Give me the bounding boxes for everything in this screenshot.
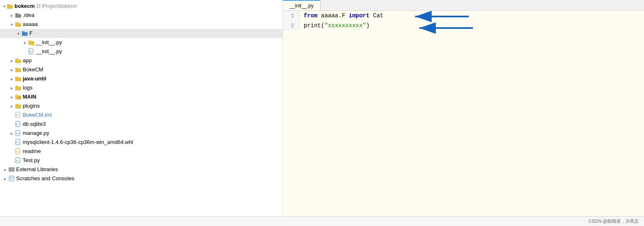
folder-icon-idea: [15, 12, 21, 19]
tree-item-idea[interactable]: .idea: [0, 11, 283, 20]
svg-rect-23: [19, 97, 21, 99]
chevron-manage-py[interactable]: [8, 130, 15, 137]
db-sqlite3-label: db.sqlite3: [23, 120, 46, 129]
chevron-app[interactable]: [8, 57, 15, 64]
svg-text:py: py: [29, 50, 32, 53]
folder-icon-java-until: [15, 75, 21, 82]
root-path: D:\Project\bokecm: [36, 2, 77, 11]
line-number-1: 1: [283, 11, 299, 21]
tree-item-init-pkg[interactable]: __init__.py: [0, 38, 283, 47]
root-label: bokecm: [14, 2, 35, 11]
svg-text:db: db: [16, 123, 18, 125]
svg-rect-9: [29, 40, 31, 42]
icon-scratches: [8, 175, 15, 182]
tree-item-init-py[interactable]: py __init__.py: [0, 47, 283, 56]
file-icon-bokecm-iml: iml: [15, 112, 21, 118]
chevron-java-until[interactable]: [8, 75, 15, 82]
MAIN-label: MAIN: [23, 92, 36, 101]
svg-text:py: py: [16, 159, 19, 162]
svg-rect-19: [15, 87, 21, 90]
tree-item-root[interactable]: bokecm D:\Project\bokecm: [0, 2, 283, 11]
file-icon-init-py: py: [28, 48, 35, 55]
chevron-plugins[interactable]: [8, 103, 15, 109]
chevron-logs[interactable]: [8, 85, 15, 91]
logs-label: logs: [23, 83, 33, 92]
bokecm-dir-label: BokeCM: [23, 65, 43, 74]
svg-rect-25: [15, 104, 18, 105]
folder-icon-app: [15, 57, 21, 64]
idea-label: .idea: [23, 11, 34, 20]
svg-text:read: read: [16, 151, 19, 153]
svg-rect-15: [15, 68, 21, 72]
tree-item-bokecm-iml[interactable]: iml BokeCM.iml: [0, 111, 283, 120]
tree-item-aaaaa[interactable]: aaaaa: [0, 20, 283, 29]
tree-item-logs[interactable]: logs: [0, 83, 283, 92]
tree-item-java-until[interactable]: java-until: [0, 74, 283, 83]
svg-rect-1: [7, 4, 10, 5]
chevron-init-pkg[interactable]: [21, 39, 28, 46]
status-bar: CSDN @朝闻道，夕死足: [0, 216, 644, 226]
tree-item-bokecm-dir[interactable]: BokeCM: [0, 65, 283, 74]
readme-label: readme: [23, 147, 41, 156]
svg-text:iml: iml: [16, 114, 19, 116]
status-text: CSDN @朝闻道，夕死足: [589, 218, 639, 224]
tree-item-scratches[interactable]: Scratches and Consoles: [0, 174, 283, 183]
folder-icon-bokecm-dir: [15, 66, 21, 73]
svg-text:py: py: [16, 132, 19, 134]
svg-rect-2: [15, 14, 21, 18]
line-content-2: print("xxxxxxxxxx"): [299, 22, 370, 29]
chevron-F[interactable]: [15, 30, 21, 37]
F-label: F: [29, 29, 33, 38]
svg-rect-3: [15, 13, 18, 14]
tree-item-F[interactable]: F: [0, 29, 283, 38]
chevron-aaaaa[interactable]: [8, 21, 15, 28]
tree-item-db-sqlite3[interactable]: db db.sqlite3: [0, 120, 283, 129]
chevron-bokecm-dir[interactable]: [8, 66, 15, 73]
chevron-scratches[interactable]: [2, 175, 8, 182]
icon-ext-libs: [8, 166, 15, 173]
folder-icon-logs: [15, 85, 21, 91]
chevron-ext-libs[interactable]: [2, 166, 8, 173]
file-tree-panel: bokecm D:\Project\bokecm .idea aaaaa F: [0, 0, 283, 216]
svg-rect-24: [15, 105, 21, 108]
svg-point-10: [32, 43, 34, 45]
svg-rect-22: [15, 95, 18, 96]
chevron-MAIN[interactable]: [8, 94, 15, 100]
folder-icon-init-pkg: [28, 39, 35, 46]
tree-item-MAIN[interactable]: MAIN: [0, 92, 283, 101]
chevron-root[interactable]: [0, 3, 7, 9]
code-editor[interactable]: 1 from aaaaa.F import Cat 2 print("xxxxx…: [283, 11, 644, 31]
java-until-label: java-until: [23, 74, 46, 83]
tree-item-test-py[interactable]: py Test.py: [0, 156, 283, 165]
folder-icon-root: [7, 3, 13, 9]
file-icon-test-py: py: [15, 157, 21, 164]
svg-rect-5: [15, 22, 18, 24]
chevron-idea[interactable]: [8, 12, 15, 19]
svg-rect-16: [15, 68, 18, 69]
svg-rect-4: [15, 23, 21, 27]
init-py-label: __init__.py: [36, 47, 62, 56]
folder-icon-MAIN: [15, 94, 21, 100]
svg-rect-6: [22, 32, 28, 36]
tree-item-plugins[interactable]: plugins: [0, 101, 283, 111]
code-panel: __init__.py 1 from aaaaa.F import Cat 2 …: [283, 0, 644, 216]
tree-item-app[interactable]: app: [0, 56, 283, 65]
tree-item-readme[interactable]: read readme: [0, 147, 283, 156]
tree-item-mysqlclient[interactable]: whl mysqlclient-1.4.6-cp36-cp36m-win_amd…: [0, 138, 283, 147]
svg-rect-7: [22, 31, 25, 33]
tab-init-py[interactable]: __init__.py: [283, 0, 321, 10]
tree-item-manage-py[interactable]: py manage.py: [0, 129, 283, 138]
line-content-1: from aaaaa.F import Cat: [299, 12, 383, 19]
svg-rect-13: [15, 59, 21, 63]
tab-bar: __init__.py: [283, 0, 644, 11]
bokecm-iml-label: BokeCM.iml: [23, 111, 52, 120]
svg-rect-14: [15, 59, 18, 60]
svg-rect-40: [9, 176, 14, 181]
mysqlclient-label: mysqlclient-1.4.6-cp36-cp36m-win_amd64.w…: [23, 138, 133, 147]
svg-rect-39: [10, 168, 14, 171]
svg-rect-20: [15, 86, 18, 87]
tree-item-ext-libs[interactable]: External Libraries: [0, 165, 283, 174]
folder-icon-aaaaa: [15, 21, 21, 28]
manage-py-label: manage.py: [23, 129, 49, 138]
file-icon-readme: read: [15, 148, 21, 155]
